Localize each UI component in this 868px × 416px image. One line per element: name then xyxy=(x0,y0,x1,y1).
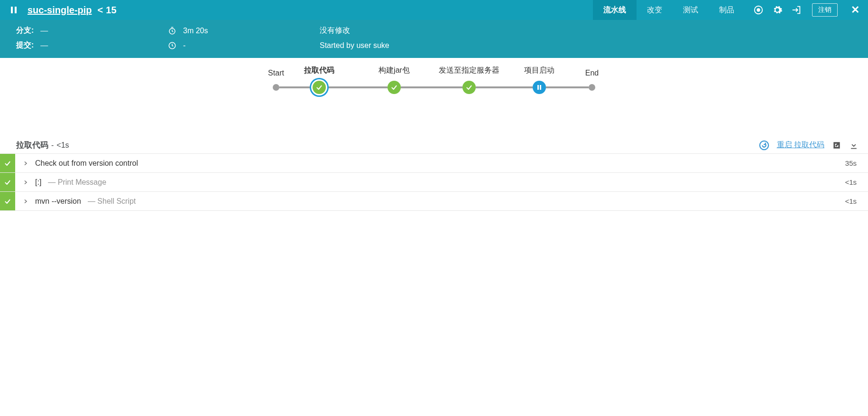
pipeline-node[interactable]: 构建jar包 xyxy=(388,81,401,94)
top-bar: suc-single-pip < 15 流水线 改变 测试 制品 注销 ✕ xyxy=(0,0,868,20)
restart-stage-link[interactable]: 重启 拉取代码 xyxy=(777,140,824,150)
svg-point-3 xyxy=(757,9,760,11)
svg-rect-1 xyxy=(15,7,17,13)
svg-rect-0 xyxy=(11,7,13,13)
svg-point-8 xyxy=(759,141,768,149)
restart-icon[interactable] xyxy=(759,140,769,151)
step-duration: 35s xyxy=(845,159,857,167)
pipeline-edge xyxy=(546,86,589,88)
pipeline-node-label: 拉取代码 xyxy=(304,66,334,76)
step-row[interactable]: [:]— Print Message<1s xyxy=(0,173,868,192)
step-name: Check out from version control xyxy=(35,159,138,168)
check-icon xyxy=(315,84,323,91)
changes-text: 没有修改 xyxy=(320,26,350,36)
pipeline-node-label: 发送至指定服务器 xyxy=(439,66,499,76)
commit-label: 提交: xyxy=(16,40,34,50)
tabs: 流水线 改变 测试 制品 xyxy=(593,0,745,20)
pipeline-node[interactable]: 拉取代码 xyxy=(313,81,326,94)
pipeline-edge xyxy=(401,86,462,88)
check-icon xyxy=(465,84,473,91)
step-status-success xyxy=(0,173,15,191)
run-number: 15 xyxy=(106,5,116,16)
commit-value: — xyxy=(40,41,48,50)
stage-time: <1s xyxy=(56,141,69,150)
step-list: Check out from version control35s[:]— Pr… xyxy=(0,153,868,211)
step-duration: <1s xyxy=(845,197,857,205)
branch-value: — xyxy=(40,27,48,35)
rerun-icon[interactable] xyxy=(753,5,764,15)
logout-button[interactable]: 注销 xyxy=(812,3,838,17)
tab-pipeline[interactable]: 流水线 xyxy=(593,0,637,20)
pipeline-node-label: 项目启动 xyxy=(524,66,554,76)
stage-header: 拉取代码 - <1s 重启 拉取代码 xyxy=(0,137,868,153)
run-separator: < xyxy=(98,5,103,16)
queued-value: - xyxy=(183,41,185,50)
branch-label: 分支: xyxy=(16,26,34,36)
download-icon[interactable] xyxy=(849,141,859,150)
pipeline-edge xyxy=(326,86,388,88)
gear-icon[interactable] xyxy=(772,5,783,15)
svg-rect-7 xyxy=(540,85,541,90)
tab-tests[interactable]: 测试 xyxy=(673,0,709,20)
svg-rect-6 xyxy=(537,85,539,90)
close-icon[interactable]: ✕ xyxy=(851,4,859,16)
pipeline-edge xyxy=(279,86,313,88)
stage-title: 拉取代码 xyxy=(16,140,48,151)
step-name: mvn --version xyxy=(35,197,81,206)
step-status-success xyxy=(0,154,15,172)
exit-icon[interactable] xyxy=(791,5,802,15)
step-subtitle: — Print Message xyxy=(48,178,106,187)
step-duration: <1s xyxy=(845,178,857,186)
pipeline-edge xyxy=(476,86,533,88)
pipeline-node-label: 构建jar包 xyxy=(379,66,410,76)
pipeline-success-dot xyxy=(462,81,476,94)
pause-status-icon xyxy=(9,5,19,15)
open-external-icon[interactable] xyxy=(832,141,841,150)
pipeline-node: Start xyxy=(273,84,279,91)
step-name: [:] xyxy=(35,178,41,187)
pause-icon xyxy=(536,85,542,90)
stage-time-prefix: - xyxy=(51,141,54,150)
tab-changes[interactable]: 改变 xyxy=(637,0,673,20)
started-by-text: Started by user suke xyxy=(320,41,389,50)
pipeline-success-dot xyxy=(388,81,401,94)
chevron-right-icon[interactable] xyxy=(23,180,28,185)
clock-icon xyxy=(168,41,176,50)
pipeline-terminal-dot xyxy=(273,84,279,91)
step-row[interactable]: Check out from version control35s xyxy=(0,154,868,173)
pipeline-paused-dot xyxy=(533,81,546,94)
pipeline-node: End xyxy=(589,84,595,91)
pipeline-node[interactable]: 项目启动 xyxy=(533,81,546,94)
step-status-success xyxy=(0,192,15,210)
run-info: 分支: — 3m 20s 没有修改 提交: — - Started by use… xyxy=(0,20,868,58)
job-name-link[interactable]: suc-single-pip xyxy=(28,5,92,16)
pipeline-node[interactable]: 发送至指定服务器 xyxy=(462,81,476,94)
chevron-right-icon[interactable] xyxy=(23,161,28,166)
chevron-right-icon[interactable] xyxy=(23,199,28,204)
tab-artifacts[interactable]: 制品 xyxy=(709,0,745,20)
pipeline-node-label: Start xyxy=(268,69,284,77)
pipeline-graph: Start拉取代码构建jar包发送至指定服务器项目启动End xyxy=(0,58,868,137)
duration-icon xyxy=(168,27,176,35)
pipeline-node-label: End xyxy=(585,69,599,77)
pipeline-terminal-dot xyxy=(589,84,595,91)
pipeline-success-dot xyxy=(313,81,326,94)
check-icon xyxy=(390,84,398,91)
step-subtitle: — Shell Script xyxy=(88,197,136,206)
step-row[interactable]: mvn --version— Shell Script<1s xyxy=(0,192,868,211)
duration-value: 3m 20s xyxy=(183,27,208,35)
